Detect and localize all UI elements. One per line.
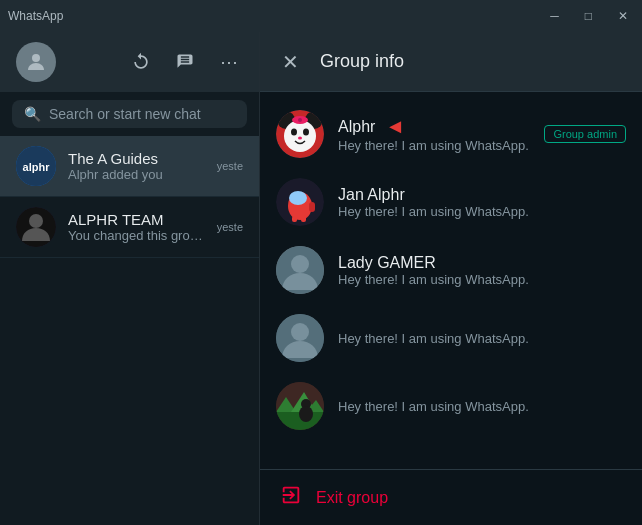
app-title: WhatsApp <box>8 9 63 23</box>
member-name: Alphr <box>338 118 375 136</box>
maximize-button[interactable]: □ <box>579 7 598 25</box>
chat-list: alphr The A Guides Alphr added you yeste <box>0 136 259 525</box>
svg-rect-17 <box>309 202 315 212</box>
title-bar-left: WhatsApp <box>8 9 63 23</box>
title-bar-controls: ─ □ ✕ <box>544 7 634 25</box>
group-info-title: Group info <box>320 51 404 72</box>
svg-text:alphr: alphr <box>23 161 51 173</box>
members-list: Alphr ◄ Hey there! I am using WhatsApp. … <box>260 92 642 469</box>
svg-point-11 <box>298 137 302 140</box>
member-status: Hey there! I am using WhatsApp. <box>338 272 626 287</box>
svg-point-21 <box>291 255 309 273</box>
search-input[interactable] <box>49 106 235 122</box>
chat-info: The A Guides Alphr added you <box>68 150 205 182</box>
close-button[interactable]: ✕ <box>612 7 634 25</box>
exit-group-button[interactable]: Exit group <box>260 469 642 525</box>
menu-button[interactable]: ⋯ <box>215 48 243 76</box>
chat-time: yeste <box>217 160 243 172</box>
search-wrapper: 🔍 <box>12 100 247 128</box>
svg-point-4 <box>29 214 43 228</box>
exit-group-label: Exit group <box>316 489 388 507</box>
group-avatar: alphr <box>16 146 56 186</box>
member-info: Alphr ◄ Hey there! I am using WhatsApp. <box>338 115 530 153</box>
chat-time: yeste <box>217 221 243 233</box>
member-avatar-lady <box>276 246 324 294</box>
member-info: Hey there! I am using WhatsApp. <box>338 399 626 414</box>
member-item[interactable]: Hey there! I am using WhatsApp. <box>260 372 642 440</box>
member-avatar-unknown2 <box>276 382 324 430</box>
svg-point-10 <box>303 129 309 136</box>
svg-point-13 <box>298 118 302 122</box>
chat-preview: You changed this group's icon <box>68 228 205 243</box>
group-info-panel: ✕ Group info <box>260 32 642 525</box>
chat-item[interactable]: ALPHR TEAM You changed this group's icon… <box>0 197 259 258</box>
chat-info: ALPHR TEAM You changed this group's icon <box>68 211 205 243</box>
member-name: Lady GAMER <box>338 254 626 272</box>
close-group-info-button[interactable]: ✕ <box>276 48 304 76</box>
group-avatar-team <box>16 207 56 247</box>
chat-name: The A Guides <box>68 150 205 167</box>
svg-point-9 <box>291 129 297 136</box>
admin-badge: Group admin <box>544 125 626 143</box>
search-bar: 🔍 <box>0 92 259 136</box>
member-status: Hey there! I am using WhatsApp. <box>338 138 530 153</box>
svg-point-0 <box>32 54 40 62</box>
member-status: Hey there! I am using WhatsApp. <box>338 204 626 219</box>
svg-point-30 <box>299 406 313 422</box>
minimize-button[interactable]: ─ <box>544 7 565 25</box>
chat-preview: Alphr added you <box>68 167 205 182</box>
member-avatar-alphr <box>276 110 324 158</box>
svg-point-23 <box>291 323 309 341</box>
red-arrow-icon: ◄ <box>385 115 405 138</box>
exit-group-icon <box>280 484 302 511</box>
svg-rect-19 <box>301 216 306 222</box>
member-item[interactable]: Alphr ◄ Hey there! I am using WhatsApp. … <box>260 100 642 168</box>
search-icon: 🔍 <box>24 106 41 122</box>
member-item[interactable]: Hey there! I am using WhatsApp. <box>260 304 642 372</box>
member-avatar-jan <box>276 178 324 226</box>
svg-point-8 <box>284 120 316 152</box>
member-info: Hey there! I am using WhatsApp. <box>338 331 626 346</box>
member-item[interactable]: Jan Alphr Hey there! I am using WhatsApp… <box>260 168 642 236</box>
svg-point-16 <box>289 191 307 205</box>
member-info: Jan Alphr Hey there! I am using WhatsApp… <box>338 186 626 219</box>
group-info-header: ✕ Group info <box>260 32 642 92</box>
member-status: Hey there! I am using WhatsApp. <box>338 331 626 346</box>
member-info: Lady GAMER Hey there! I am using WhatsAp… <box>338 254 626 287</box>
member-avatar-unknown1 <box>276 314 324 362</box>
sidebar-header-icons: ⋯ <box>127 48 243 76</box>
refresh-button[interactable] <box>127 48 155 76</box>
sidebar: ⋯ 🔍 alphr The A Guides <box>0 32 260 525</box>
member-name: Jan Alphr <box>338 186 626 204</box>
svg-rect-18 <box>292 216 297 222</box>
member-item[interactable]: Lady GAMER Hey there! I am using WhatsAp… <box>260 236 642 304</box>
app-body: ⋯ 🔍 alphr The A Guides <box>0 32 642 525</box>
sidebar-header: ⋯ <box>0 32 259 92</box>
chat-item[interactable]: alphr The A Guides Alphr added you yeste <box>0 136 259 197</box>
title-bar: WhatsApp ─ □ ✕ <box>0 0 642 32</box>
user-avatar[interactable] <box>16 42 56 82</box>
chat-name: ALPHR TEAM <box>68 211 205 228</box>
new-chat-button[interactable] <box>171 48 199 76</box>
member-status: Hey there! I am using WhatsApp. <box>338 399 626 414</box>
